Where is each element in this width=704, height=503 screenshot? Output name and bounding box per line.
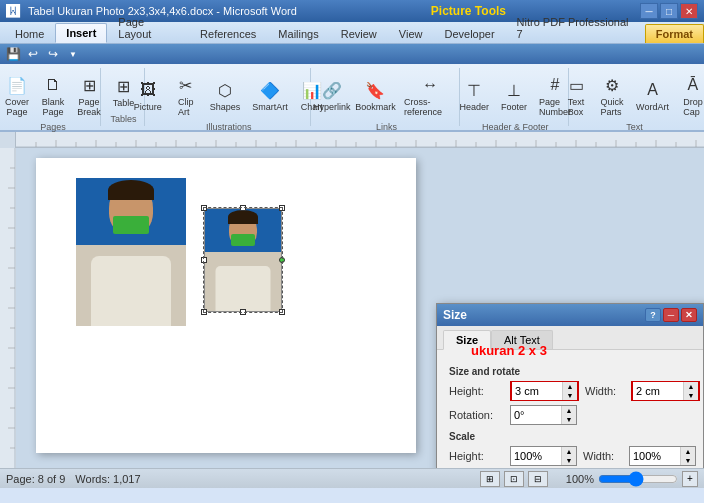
cover-page-btn[interactable]: 📄 CoverPage [0,70,34,120]
rotation-up-btn[interactable]: ▲ [562,406,576,415]
width-down-btn[interactable]: ▼ [684,391,698,400]
main-area: Size ? ─ ✕ Size Alt Text Size and rotate… [0,148,704,468]
height-input-group: ▲ ▼ [510,381,579,401]
maximize-btn[interactable]: □ [660,3,678,19]
scale-width-down-btn[interactable]: ▼ [681,456,695,465]
textbox-btn[interactable]: ▭ TextBox [559,70,593,120]
links-group-label: Links [376,122,397,132]
height-up-btn[interactable]: ▲ [563,382,577,391]
smartart-btn[interactable]: 🔷 SmartArt [247,75,293,115]
dialog-title: Size [443,308,467,322]
photo-large [76,178,186,326]
size-dialog: Size ? ─ ✕ Size Alt Text Size and rotate… [436,303,704,468]
tab-nitro[interactable]: Nitro PDF Professional 7 [506,12,645,43]
blank-page-icon: 🗋 [41,73,65,97]
wordart-icon: A [640,78,664,102]
cross-ref-icon: ↔ [418,73,442,97]
drop-cap-btn[interactable]: Ā DropCap [676,70,704,120]
tab-review[interactable]: Review [330,24,388,43]
dialog-help-btn[interactable]: ? [645,308,661,322]
mask-large [113,216,149,234]
rotation-input[interactable] [511,406,561,424]
scale-width-input[interactable] [630,447,680,465]
dialog-body: Size and rotate Height: ▲ ▼ Width: [437,350,703,468]
footer-btn[interactable]: ⊥ Footer [496,75,532,115]
picture-btn[interactable]: 🖼 Picture [129,75,167,115]
undo-qa-btn[interactable]: ↩ [24,46,42,62]
tab-page-layout[interactable]: Page Layout [107,12,189,43]
handle-tr[interactable] [279,205,285,211]
view-full-btn[interactable]: ⊡ [504,471,524,487]
tab-references[interactable]: References [189,24,267,43]
ribbon-group-hf: ⊤ Header ⊥ Footer # PageNumber Header & … [462,68,569,126]
footer-label: Footer [501,102,527,112]
header-btn[interactable]: ⊤ Header [454,75,494,115]
width-label: Width: [585,385,625,397]
mask-small [231,234,255,246]
tab-home[interactable]: Home [4,24,55,43]
rotation-down-btn[interactable]: ▼ [562,415,576,424]
handle-tm[interactable] [240,205,246,211]
drop-cap-label: DropCap [683,97,703,117]
photo-small-container[interactable] [204,208,282,312]
handle-br[interactable] [279,309,285,315]
blank-page-btn[interactable]: 🗋 BlankPage [36,70,70,120]
close-btn[interactable]: ✕ [680,3,698,19]
height-label: Height: [449,385,504,397]
handle-ml[interactable] [201,257,207,263]
illustrations-items: 🖼 Picture ✂ ClipArt ⬡ Shapes 🔷 SmartArt … [129,70,329,120]
scale-height-label: Height: [449,450,504,462]
tab-developer[interactable]: Developer [433,24,505,43]
scale-width-spinner: ▲ ▼ [680,447,695,465]
width-up-btn[interactable]: ▲ [684,382,698,391]
picture-tools-label: Picture Tools [431,4,506,18]
redo-qa-btn[interactable]: ↪ [44,46,62,62]
scale-width-up-btn[interactable]: ▲ [681,447,695,456]
dialog-title-btns: ? ─ ✕ [645,308,697,322]
shapes-icon: ⬡ [213,78,237,102]
dialog-tab-size[interactable]: Size [443,330,491,350]
ruler-area [0,132,704,148]
wordart-btn[interactable]: A WordArt [631,75,674,115]
dialog-close-btn[interactable]: ✕ [681,308,697,322]
shapes-btn[interactable]: ⬡ Shapes [205,75,246,115]
handle-tl[interactable] [201,205,207,211]
page-break-btn[interactable]: ⊞ PageBreak [72,70,106,120]
height-input[interactable] [512,382,562,400]
width-input[interactable] [633,382,683,400]
illustrations-group-label: Illustrations [206,122,252,132]
view-web-btn[interactable]: ⊟ [528,471,548,487]
document-page [36,158,416,453]
save-qa-btn[interactable]: 💾 [4,46,22,62]
rotation-row: Rotation: ▲ ▼ [449,405,691,425]
height-spinner: ▲ ▼ [562,382,577,400]
zoom-in-btn[interactable]: + [682,471,698,487]
tab-mailings[interactable]: Mailings [267,24,329,43]
zoom-level: 100% [566,473,594,485]
zoom-slider[interactable] [598,471,678,487]
scale-row: Height: ▲ ▼ Width: ▲ ▼ [449,446,691,466]
photo-small [204,208,282,312]
rotation-spinner: ▲ ▼ [561,406,576,424]
textbox-label: TextBox [568,97,585,117]
dialog-tab-alttext[interactable]: Alt Text [491,330,553,349]
handle-bm[interactable] [240,309,246,315]
tab-view[interactable]: View [388,24,434,43]
wordart-label: WordArt [636,102,669,112]
clip-art-btn[interactable]: ✂ ClipArt [169,70,203,120]
handle-mr[interactable] [279,257,285,263]
dialog-minimize-btn[interactable]: ─ [663,308,679,322]
qa-dropdown[interactable]: ▼ [64,46,82,62]
handle-bl[interactable] [201,309,207,315]
hyperlink-btn[interactable]: 🔗 Hyperlink [311,75,352,115]
scale-height-input[interactable] [511,447,561,465]
height-down-btn[interactable]: ▼ [563,391,577,400]
quick-parts-btn[interactable]: ⚙ QuickParts [595,70,629,120]
scale-height-down-btn[interactable]: ▼ [562,456,576,465]
bookmark-btn[interactable]: 🔖 Bookmark [354,75,397,115]
view-print-btn[interactable]: ⊞ [480,471,500,487]
tab-format[interactable]: Format [645,24,704,43]
cross-reference-btn[interactable]: ↔ Cross-reference [399,70,462,120]
tab-insert[interactable]: Insert [55,23,107,43]
scale-height-up-btn[interactable]: ▲ [562,447,576,456]
